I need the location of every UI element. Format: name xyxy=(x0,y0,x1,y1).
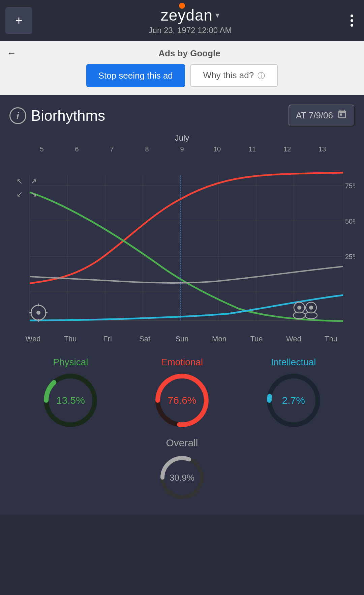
physical-metric: Physical 13.5% xyxy=(42,357,99,429)
more-options-button[interactable] xyxy=(348,12,356,29)
stop-seeing-ad-button[interactable]: Stop seeing this ad xyxy=(86,64,185,87)
ad-back-button[interactable]: ← xyxy=(7,48,16,59)
weekday-thu2: Thu xyxy=(314,335,348,343)
dot-3 xyxy=(351,24,353,27)
svg-text:25%: 25% xyxy=(345,253,355,260)
person-name: zeydan xyxy=(161,6,213,24)
dot-1 xyxy=(351,15,353,17)
overall-label: Overall xyxy=(166,437,198,449)
weekday-sun: Sun xyxy=(165,335,199,343)
weekday-fri: Fri xyxy=(91,335,124,343)
day-number: 9 xyxy=(169,145,195,153)
title-row: i Biorhythms xyxy=(9,107,105,124)
weekday-wed1: Wed xyxy=(16,335,50,343)
svg-text:75%: 75% xyxy=(345,182,355,190)
section-title: Biorhythms xyxy=(31,107,105,124)
ad-banner: ← Ads by Google Stop seeing this ad Why … xyxy=(0,41,364,95)
intellectual-label: Intellectual xyxy=(271,357,316,368)
intellectual-circle: 2.7% xyxy=(265,372,322,429)
weekday-mon: Mon xyxy=(203,335,236,343)
zoom-in-bl-button[interactable]: ↙ xyxy=(13,188,26,200)
svg-chart-container: ↖ ↗ ↙ ↘ xyxy=(9,155,355,331)
metrics-row: Physical 13.5% Emotional 76.6% I xyxy=(9,346,355,429)
day-number: 10 xyxy=(204,145,231,153)
svg-text:50%: 50% xyxy=(345,218,355,225)
info-circle-icon[interactable]: i xyxy=(9,107,26,124)
ad-action-buttons: Stop seeing this ad Why this ad? ⓘ xyxy=(86,64,278,87)
svg-point-26 xyxy=(309,306,313,310)
header-center: zeydan ▾ Jun 23, 1972 12:00 AM xyxy=(32,6,348,35)
physical-circle: 13.5% xyxy=(42,372,99,429)
day-number: 5 xyxy=(28,145,55,153)
overall-circle: 30.9% xyxy=(158,454,206,501)
day-number: 8 xyxy=(133,145,160,153)
svg-point-18 xyxy=(36,311,40,315)
physical-value: 13.5% xyxy=(56,395,85,406)
emotional-label: Emotional xyxy=(161,357,203,368)
dot-2 xyxy=(351,19,353,22)
weekday-thu1: Thu xyxy=(54,335,87,343)
emotional-circle: 76.6% xyxy=(153,372,211,429)
zoom-in-br-button[interactable]: ↘ xyxy=(27,188,40,200)
app-header: + zeydan ▾ Jun 23, 1972 12:00 AM xyxy=(0,0,364,41)
day-number: 7 xyxy=(98,145,125,153)
zoom-out-tl-button[interactable]: ↖ xyxy=(13,175,26,188)
weekday-tue: Tue xyxy=(240,335,273,343)
add-person-button[interactable]: + xyxy=(5,7,32,34)
intellectual-value: 2.7% xyxy=(282,395,305,406)
weekday-sat: Sat xyxy=(128,335,162,343)
overall-section: Overall 30.9% xyxy=(9,429,355,515)
notification-dot xyxy=(179,3,185,9)
info-icon: ⓘ xyxy=(257,72,265,80)
section-header: i Biorhythms AT 7/9/06 xyxy=(9,105,355,126)
intellectual-metric: Intellectual 2.7% xyxy=(265,357,322,429)
emotional-metric: Emotional 76.6% xyxy=(153,357,211,429)
day-number: 12 xyxy=(274,145,301,153)
biorhythm-chart-svg: 75% 50% 25% xyxy=(9,155,355,331)
date-badge-text: AT 7/9/06 xyxy=(296,110,333,121)
day-number: 11 xyxy=(239,145,266,153)
svg-point-25 xyxy=(297,306,301,310)
why-this-ad-button[interactable]: Why this ad? ⓘ xyxy=(190,64,278,87)
ads-by-google-label: Ads by Google xyxy=(22,48,357,59)
ad-top-row: ← Ads by Google xyxy=(7,48,357,59)
chart-area: July 5 6 7 8 9 10 11 12 13 ↖ ↗ xyxy=(9,133,355,343)
physical-label: Physical xyxy=(53,357,88,368)
birth-date: Jun 23, 1972 12:00 AM xyxy=(32,26,348,35)
week-day-labels: Wed Thu Fri Sat Sun Mon Tue Wed Thu xyxy=(9,332,355,343)
biorhythms-section: i Biorhythms AT 7/9/06 July 5 6 7 8 9 10 xyxy=(0,95,364,515)
weekday-wed2: Wed xyxy=(277,335,311,343)
day-number: 6 xyxy=(63,145,90,153)
month-label: July xyxy=(28,133,336,143)
emotional-value: 76.6% xyxy=(168,395,196,406)
day-number: 13 xyxy=(309,145,336,153)
zoom-out-tr-button[interactable]: ↗ xyxy=(27,175,40,188)
calendar-icon xyxy=(337,109,347,122)
zoom-controls: ↖ ↗ ↙ ↘ xyxy=(13,175,40,200)
dropdown-arrow-icon[interactable]: ▾ xyxy=(215,10,219,20)
overall-value: 30.9% xyxy=(170,473,194,483)
date-picker-button[interactable]: AT 7/9/06 xyxy=(289,105,355,126)
